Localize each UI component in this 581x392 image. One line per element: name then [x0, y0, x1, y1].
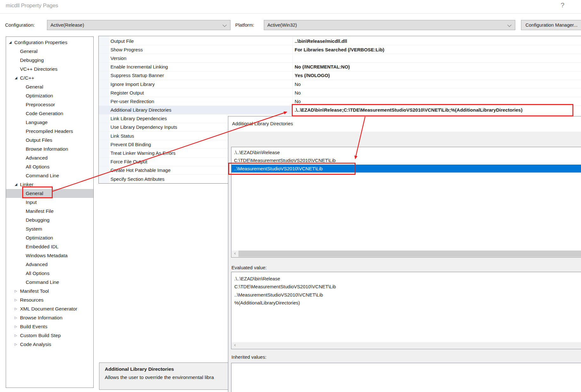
tree-item[interactable]: Optimization — [6, 91, 93, 100]
tree-item[interactable]: All Options — [6, 162, 93, 171]
tree-item[interactable]: Embedded IDL — [6, 242, 93, 251]
tree-item[interactable]: Resources — [6, 296, 93, 304]
property-row[interactable]: Suppress Startup Banner Yes (/NOLOGO) — [99, 71, 581, 80]
platform-label: Platform: — [235, 20, 254, 30]
dialog-title: Additional Library Directories — [228, 116, 581, 132]
tree-item[interactable]: Manifest File — [6, 207, 93, 216]
property-row[interactable]: Ignore Import Library No — [99, 80, 581, 88]
tree-item[interactable]: VC++ Directories — [6, 65, 93, 74]
evaluated-lines: .\..\EZAD\bin\ReleaseC:\TDE\MeasurementS… — [234, 275, 581, 307]
tree-item-label: Manifest Tool — [20, 288, 49, 294]
tree-item-label: All Options — [26, 164, 50, 170]
tree-expander-icon[interactable] — [15, 296, 20, 304]
evaluated-line: .\..\EZAD\bin\Release — [234, 275, 581, 283]
tree-item[interactable]: XML Document Generator — [6, 304, 93, 313]
directory-list-item[interactable]: .\..\EZAD\bin\Release — [231, 148, 581, 156]
tree-item[interactable]: Code Generation — [6, 109, 93, 118]
property-value[interactable]: For Libraries Searched (/VERBOSE:Lib) — [292, 45, 581, 54]
tree-item[interactable]: System — [6, 225, 93, 233]
configuration-label: Configuration: — [5, 20, 35, 30]
tree-item-label: Windows Metadata — [26, 253, 68, 258]
tree-item[interactable]: Debugging — [6, 216, 93, 225]
property-row[interactable]: Output File ..\bin\Release/micdll.dll — [99, 37, 581, 45]
property-value[interactable]: Yes (/NOLOGO) — [292, 71, 581, 80]
tree-item[interactable]: Advanced — [6, 260, 93, 269]
tree-item[interactable]: Language — [6, 118, 93, 127]
property-name: Ignore Import Library — [99, 82, 292, 87]
tree-item-label: Code Generation — [26, 111, 63, 116]
tree-item[interactable]: C/C++ — [6, 74, 93, 82]
tree-item-label: Custom Build Step — [20, 333, 61, 338]
inherited-values-box[interactable] — [231, 363, 581, 392]
tree-expander-icon[interactable] — [9, 38, 14, 47]
tree-item[interactable]: Optimization — [6, 233, 93, 242]
tree-item[interactable]: Command Line — [6, 278, 93, 287]
directory-list-item[interactable]: ..\MeasurementStudioVS2010\VCNET\Lib — [231, 165, 581, 173]
tree-item[interactable]: Code Analysis — [6, 340, 93, 349]
scroll-left-icon[interactable]: ‹ — [232, 251, 238, 257]
configuration-manager-button[interactable]: Configuration Manager... — [521, 20, 581, 30]
property-row[interactable]: Per-user Redirection No — [99, 97, 581, 106]
tree-item[interactable]: General — [6, 189, 93, 198]
tree-expander-icon[interactable] — [15, 287, 20, 296]
tree-expander-icon[interactable] — [15, 322, 20, 331]
tree-item[interactable]: Custom Build Step — [6, 331, 93, 340]
property-value[interactable]: ..\bin\Release/micdll.dll — [292, 37, 581, 45]
tree-expander-icon[interactable] — [15, 74, 20, 82]
property-value[interactable]: .\..\EZAD\bin\Release;C:\TDE\Measurement… — [292, 106, 581, 114]
scrollbar-thumb[interactable] — [238, 251, 581, 257]
tree-item[interactable]: General — [6, 47, 93, 56]
tree-item[interactable]: Precompiled Headers — [6, 127, 93, 136]
property-value[interactable]: No (/INCREMENTAL:NO) — [292, 63, 581, 71]
property-row[interactable]: Register Output No — [99, 88, 581, 97]
property-pages-window: micdll Property Pages ? Configuration: A… — [0, 0, 581, 392]
property-row[interactable]: Version — [99, 54, 581, 62]
property-value[interactable] — [292, 54, 581, 62]
property-row[interactable]: Additional Library Directories .\..\EZAD… — [99, 106, 581, 114]
directories-list: .\..\EZAD\bin\ReleaseC:\TDE\MeasurementS… — [231, 148, 581, 173]
tree-item[interactable]: General — [6, 82, 93, 91]
tree-item[interactable]: Browse Information — [6, 313, 93, 322]
configuration-dropdown-value: Active(Release) — [50, 22, 84, 28]
horizontal-scrollbar[interactable]: ‹ — [232, 342, 581, 349]
tree-item[interactable]: Manifest Tool — [6, 287, 93, 296]
evaluated-value-label: Evaluated value: — [231, 265, 267, 270]
property-value[interactable]: No — [292, 88, 581, 97]
configuration-dropdown[interactable]: Active(Release) — [47, 20, 230, 30]
tree-item-label: Browse Information — [26, 146, 68, 152]
tree-expander-icon[interactable] — [15, 331, 20, 340]
help-icon[interactable]: ? — [561, 1, 564, 9]
property-value[interactable]: No — [292, 80, 581, 88]
horizontal-scrollbar[interactable]: ‹ — [232, 251, 581, 257]
property-row[interactable]: Show Progress For Libraries Searched (/V… — [99, 45, 581, 54]
tree-item-label: General — [26, 84, 43, 90]
tree-item[interactable]: Input — [6, 198, 93, 207]
tree-item[interactable]: Command Line — [6, 171, 93, 180]
scroll-left-icon[interactable]: ‹ — [232, 342, 238, 349]
property-name: Additional Library Directories — [99, 107, 292, 113]
property-value[interactable]: No — [292, 97, 581, 105]
tree-item-label: Configuration Properties — [14, 40, 67, 45]
tree-expander-icon[interactable] — [15, 313, 20, 322]
property-row[interactable]: Enable Incremental Linking No (/INCREMEN… — [99, 63, 581, 71]
directory-list-item[interactable]: C:\TDE\MeasurementStudioVS2010\VCNET\Lib — [231, 156, 581, 164]
evaluated-value-box: .\..\EZAD\bin\ReleaseC:\TDE\MeasurementS… — [231, 272, 581, 349]
tree-item[interactable]: Linker — [6, 180, 93, 189]
tree-item[interactable]: Configuration Properties — [6, 38, 93, 47]
tree-item-label: General — [20, 49, 37, 54]
tree-item[interactable]: Output Files — [6, 136, 93, 145]
configuration-tree: Configuration Properties General Debuggi… — [6, 36, 94, 388]
tree-item[interactable]: Browse Information — [6, 145, 93, 154]
chevron-down-icon — [223, 23, 227, 27]
header-divider — [0, 13, 581, 14]
tree-expander-icon[interactable] — [15, 340, 20, 349]
tree-item[interactable]: Build Events — [6, 322, 93, 331]
tree-item[interactable]: Windows Metadata — [6, 251, 93, 260]
tree-item[interactable]: Preprocessor — [6, 100, 93, 109]
tree-item[interactable]: All Options — [6, 269, 93, 278]
platform-dropdown[interactable]: Active(Win32) — [264, 20, 515, 30]
tree-item[interactable]: Debugging — [6, 56, 93, 65]
tree-item[interactable]: Advanced — [6, 154, 93, 162]
tree-expander-icon[interactable] — [15, 180, 20, 189]
tree-expander-icon[interactable] — [15, 304, 20, 313]
